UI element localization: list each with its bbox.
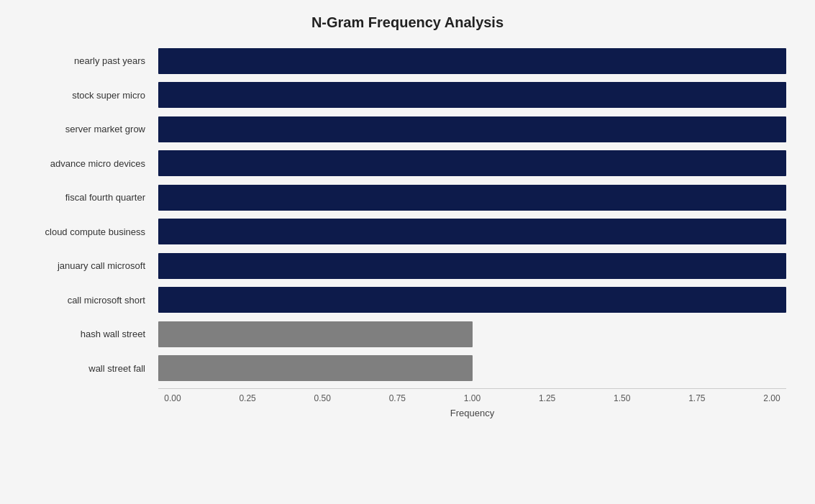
x-tick: 0.25	[233, 393, 262, 403]
bar-row: hash wall street	[158, 317, 786, 352]
bar-row: january call microsoft	[158, 249, 786, 283]
bar-track	[158, 286, 786, 313]
x-tick: 1.75	[683, 393, 711, 403]
bar-row: wall street fall	[158, 352, 786, 386]
x-axis-ticks: 0.000.250.500.751.001.251.501.752.00	[158, 388, 786, 403]
bar-label: cloud compute business	[14, 226, 151, 237]
bar-track	[158, 47, 786, 75]
bar-label: hash wall street	[14, 329, 151, 339]
bar-track	[158, 184, 786, 211]
x-tick: 1.25	[533, 393, 562, 403]
x-tick: 0.50	[308, 393, 337, 403]
x-axis-section: 0.000.250.500.751.001.251.501.752.00 Fre…	[14, 388, 801, 418]
bar-fill	[158, 219, 786, 244]
bar-fill	[158, 355, 473, 381]
bar-label: wall street fall	[14, 363, 151, 374]
chart-area: nearly past yearsstock super microserver…	[14, 44, 801, 418]
bar-label: server market grow	[14, 124, 151, 134]
x-tick: 0.00	[158, 393, 187, 403]
bar-fill	[158, 48, 786, 74]
bar-fill	[158, 185, 786, 211]
bar-row: nearly past years	[158, 44, 786, 78]
x-tick: 1.50	[608, 393, 637, 403]
bar-row: call microsoft short	[158, 283, 786, 318]
bar-label: january call microsoft	[14, 260, 151, 271]
bar-row: server market grow	[158, 112, 786, 147]
bar-label: fiscal fourth quarter	[14, 192, 151, 203]
bar-row: fiscal fourth quarter	[158, 180, 786, 215]
bar-row: stock super micro	[158, 78, 786, 113]
bar-track	[158, 218, 786, 245]
chart-title: N-Gram Frequency Analysis	[14, 14, 801, 31]
x-tick: 1.00	[458, 393, 487, 403]
bar-track	[158, 150, 786, 177]
bar-label: advance micro devices	[14, 158, 151, 169]
bar-label: nearly past years	[14, 55, 151, 66]
bar-fill	[158, 287, 786, 313]
bar-fill	[158, 321, 473, 347]
chart-container: N-Gram Frequency Analysis nearly past ye…	[0, 0, 815, 504]
x-tick: 0.75	[383, 393, 411, 403]
bar-track	[158, 354, 786, 382]
x-axis-label: Frequency	[158, 408, 786, 418]
bar-track	[158, 252, 786, 280]
bar-fill	[158, 116, 786, 142]
bar-row: advance micro devices	[158, 147, 786, 181]
bar-fill	[158, 82, 786, 108]
x-tick: 2.00	[757, 393, 786, 403]
bar-track	[158, 81, 786, 109]
bar-track	[158, 321, 786, 348]
bars-section: nearly past yearsstock super microserver…	[14, 44, 801, 385]
bar-fill	[158, 150, 786, 176]
bar-row: cloud compute business	[158, 215, 786, 249]
bar-track	[158, 116, 786, 143]
bar-fill	[158, 253, 786, 279]
bar-label: stock super micro	[14, 90, 151, 101]
bar-label: call microsoft short	[14, 295, 151, 306]
